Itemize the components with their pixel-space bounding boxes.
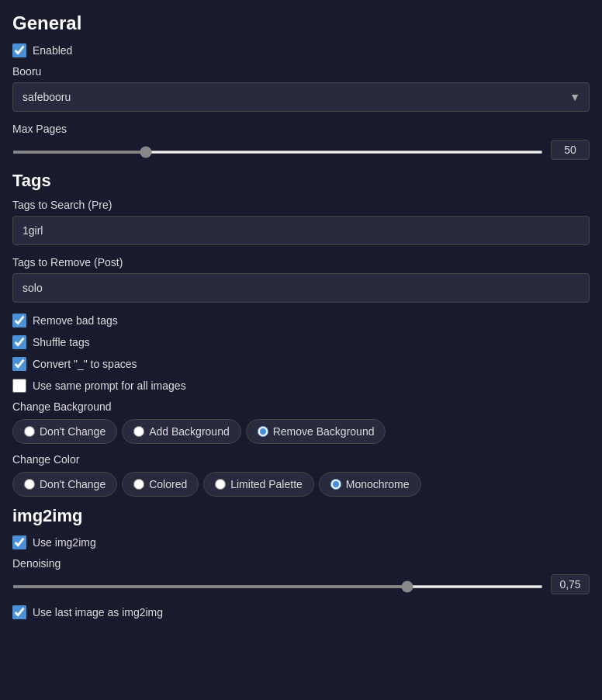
enabled-label: Enabled bbox=[33, 44, 72, 57]
remove-bad-checkbox[interactable] bbox=[12, 314, 26, 327]
convert-label: Convert "_" to spaces bbox=[33, 358, 137, 370]
col-limited-label: Limited Palette bbox=[230, 478, 303, 490]
use-img2img-label: Use img2img bbox=[33, 536, 96, 549]
shuffle-checkbox[interactable] bbox=[12, 335, 26, 349]
denoising-value: 0,75 bbox=[551, 574, 590, 594]
search-pre-input[interactable] bbox=[12, 216, 590, 245]
same-prompt-checkbox[interactable] bbox=[12, 379, 26, 393]
same-prompt-row: Use same prompt for all images bbox=[12, 379, 590, 393]
bg-add-option[interactable]: Add Background bbox=[122, 419, 241, 444]
convert-checkbox[interactable] bbox=[12, 357, 26, 371]
col-mono-option[interactable]: Monochrome bbox=[319, 472, 421, 497]
same-prompt-label: Use same prompt for all images bbox=[33, 379, 186, 392]
max-pages-label: Max Pages bbox=[12, 123, 590, 135]
enabled-row: Enabled bbox=[12, 43, 590, 57]
booru-select-wrapper: safebooru danbooru gelbooru ▼ bbox=[12, 82, 590, 112]
col-colored-option[interactable]: Colored bbox=[122, 472, 199, 497]
max-pages-value: 50 bbox=[551, 140, 590, 160]
col-limited-radio[interactable] bbox=[215, 479, 226, 490]
max-pages-row: 50 bbox=[12, 140, 590, 160]
col-mono-label: Monochrome bbox=[346, 478, 410, 490]
col-colored-radio[interactable] bbox=[133, 479, 144, 490]
booru-select[interactable]: safebooru danbooru gelbooru bbox=[12, 82, 590, 112]
bg-add-radio[interactable] bbox=[133, 426, 144, 437]
bg-add-label: Add Background bbox=[149, 425, 230, 438]
tags-section: Tags Tags to Search (Pre) Tags to Remove… bbox=[12, 171, 590, 497]
last-image-row: Use last image as img2img bbox=[12, 605, 590, 619]
last-image-checkbox[interactable] bbox=[12, 605, 26, 619]
last-image-label: Use last image as img2img bbox=[33, 606, 163, 619]
booru-label: Booru bbox=[12, 65, 590, 78]
col-colored-label: Colored bbox=[149, 478, 187, 490]
enabled-checkbox[interactable] bbox=[12, 43, 26, 57]
remove-bad-label: Remove bad tags bbox=[33, 314, 118, 327]
remove-bad-row: Remove bad tags bbox=[12, 314, 590, 327]
general-section: General Enabled Booru safebooru danbooru… bbox=[12, 12, 590, 160]
bg-remove-option[interactable]: Remove Background bbox=[246, 419, 386, 444]
search-pre-label: Tags to Search (Pre) bbox=[12, 199, 590, 211]
img2img-title: img2img bbox=[12, 506, 590, 526]
bg-dont-change-option[interactable]: Don't Change bbox=[12, 419, 117, 444]
denoising-row: 0,75 bbox=[12, 574, 590, 594]
change-background-group: Don't Change Add Background Remove Backg… bbox=[12, 419, 590, 444]
col-mono-radio[interactable] bbox=[330, 479, 341, 490]
max-pages-slider[interactable] bbox=[12, 151, 543, 154]
shuffle-row: Shuffle tags bbox=[12, 335, 590, 349]
convert-row: Convert "_" to spaces bbox=[12, 357, 590, 371]
tags-title: Tags bbox=[12, 171, 590, 191]
use-img2img-row: Use img2img bbox=[12, 535, 590, 549]
bg-dont-change-label: Don't Change bbox=[40, 425, 106, 438]
denoising-label: Denoising bbox=[12, 557, 590, 570]
remove-post-input[interactable] bbox=[12, 273, 590, 303]
col-dont-change-radio[interactable] bbox=[24, 479, 35, 490]
col-dont-change-option[interactable]: Don't Change bbox=[12, 472, 117, 497]
use-img2img-checkbox[interactable] bbox=[12, 535, 26, 549]
img2img-section: img2img Use img2img Denoising 0,75 Use l… bbox=[12, 506, 590, 619]
denoising-slider-container bbox=[12, 578, 543, 591]
change-color-label: Change Color bbox=[12, 453, 590, 466]
col-limited-option[interactable]: Limited Palette bbox=[203, 472, 314, 497]
bg-remove-label: Remove Background bbox=[273, 425, 375, 438]
change-background-label: Change Background bbox=[12, 400, 590, 413]
denoising-slider[interactable] bbox=[12, 585, 543, 588]
col-dont-change-label: Don't Change bbox=[40, 478, 106, 490]
bg-remove-radio[interactable] bbox=[258, 426, 268, 437]
change-color-group: Don't Change Colored Limited Palette Mon… bbox=[12, 472, 590, 497]
general-title: General bbox=[12, 12, 590, 34]
bg-dont-change-radio[interactable] bbox=[24, 426, 35, 437]
shuffle-label: Shuffle tags bbox=[33, 336, 90, 348]
max-pages-slider-container bbox=[12, 144, 543, 156]
remove-post-label: Tags to Remove (Post) bbox=[12, 256, 590, 269]
